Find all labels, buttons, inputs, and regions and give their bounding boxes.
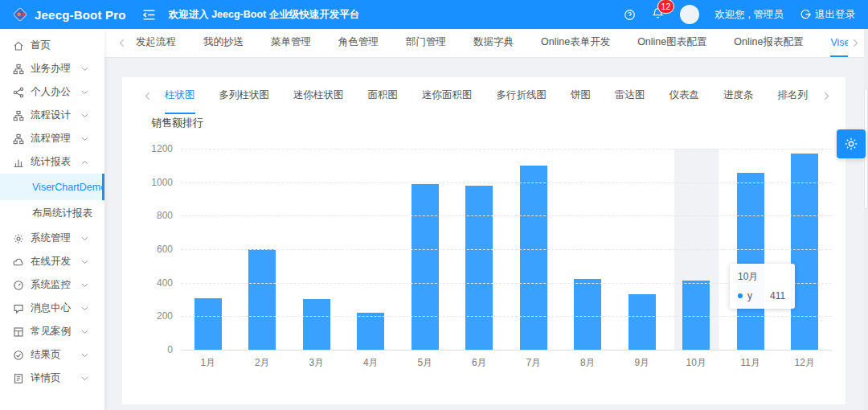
chart-tab-排名列[interactable]: 排名列 — [778, 77, 809, 114]
chevron-down-icon — [81, 113, 88, 118]
y-axis-tick-label: 1000 — [151, 177, 173, 188]
chart-tab-仪表盘[interactable]: 仪表盘 — [669, 77, 700, 114]
tabs-scroll-left-icon[interactable] — [114, 39, 129, 47]
sidebar-item-label: 业务办理 — [31, 62, 81, 76]
sidebar-item-首页[interactable]: 首页 — [0, 34, 104, 57]
route-tab-我的抄送[interactable]: 我的抄送 — [203, 29, 244, 57]
y-axis-tick-label: 400 — [157, 277, 173, 289]
x-axis-tick-label: 5月 — [417, 356, 432, 370]
route-tab-角色管理[interactable]: 角色管理 — [338, 29, 379, 57]
route-tab-部门管理[interactable]: 部门管理 — [406, 29, 446, 57]
bar-5月[interactable] — [411, 184, 439, 350]
chevron-down-icon — [81, 90, 88, 95]
sidebar-subitem-ViserChartDemo[interactable]: ViserChartDemo — [0, 174, 104, 200]
bar-4月[interactable] — [357, 313, 384, 350]
sidebar-item-label: 个人办公 — [31, 85, 81, 99]
chevron-down-icon — [81, 260, 88, 264]
cluster-icon — [13, 110, 24, 121]
settings-drawer-button[interactable] — [837, 129, 866, 158]
sidebar-item-个人办公[interactable]: 个人办公 — [0, 80, 104, 104]
page-scrollbar-track[interactable] — [864, 29, 868, 410]
sidebar-item-系统监控[interactable]: 系统监控 — [0, 273, 104, 297]
chart-tab-面积图[interactable]: 面积图 — [368, 77, 399, 114]
sidebar-item-label: 统计报表 — [31, 155, 81, 169]
logout-label: 退出登录 — [815, 8, 855, 22]
chart-tabs-scroll-left-icon[interactable] — [141, 92, 154, 100]
route-tab-发起流程[interactable]: 发起流程 — [136, 29, 176, 57]
chevron-up-icon — [81, 160, 88, 165]
sidebar-item-流程设计[interactable]: 流程设计 — [0, 104, 104, 127]
x-axis-tick-label: 3月 — [309, 356, 324, 370]
menu-fold-icon[interactable] — [134, 9, 164, 21]
logo-text: Jeecg-Boot Pro — [35, 8, 126, 22]
x-axis-tick-label: 11月 — [741, 356, 760, 370]
route-tab-菜单管理[interactable]: 菜单管理 — [271, 29, 311, 57]
bar-10月[interactable] — [682, 281, 710, 350]
gear-icon — [13, 233, 24, 244]
welcome-text: 欢迎进入 Jeecg-Boot 企业级快速开发平台 — [169, 8, 360, 22]
x-axis-line — [181, 350, 832, 351]
x-axis-tick-label: 9月 — [634, 356, 649, 370]
gear-icon — [844, 137, 858, 151]
bar-7月[interactable] — [520, 166, 547, 350]
bar-8月[interactable] — [574, 279, 601, 350]
route-tab-Online表单开发[interactable]: Online表单开发 — [541, 29, 610, 57]
chevron-down-icon — [81, 306, 88, 311]
app-logo[interactable]: Jeecg-Boot Pro — [0, 6, 134, 23]
header-actions: 12 欢迎您 , 管理员 退出登录 — [624, 5, 868, 24]
user-greeting[interactable]: 欢迎您 , 管理员 — [715, 8, 784, 22]
bar-9月[interactable] — [628, 294, 656, 350]
cloud-icon — [13, 256, 24, 268]
tabs-scroll-right-icon[interactable] — [848, 39, 863, 47]
sidebar-item-在线开发[interactable]: 在线开发 — [0, 250, 104, 273]
chevron-down-icon — [81, 330, 88, 334]
bar-2月[interactable] — [248, 249, 276, 350]
logout-button[interactable]: 退出登录 — [800, 8, 855, 22]
sidebar-item-详情页[interactable]: 详情页 — [0, 367, 104, 390]
route-tab-Online报表配置[interactable]: Online报表配置 — [734, 29, 803, 57]
app-header: Jeecg-Boot Pro 欢迎进入 Jeecg-Boot 企业级快速开发平台… — [0, 0, 868, 29]
gridline — [181, 316, 832, 317]
sidebar-item-常见案例[interactable]: 常见案例 — [0, 320, 104, 343]
chart-tab-雷达图[interactable]: 雷达图 — [615, 77, 645, 114]
sidebar-item-流程管理[interactable]: 流程管理 — [0, 127, 104, 150]
notifications-button[interactable]: 12 — [652, 7, 664, 22]
route-tab-Online图表配置[interactable]: Online图表配置 — [637, 29, 706, 57]
chart-tab-bar: 柱状图多列柱状图迷你柱状图面积图迷你面积图多行折线图饼图雷达图仪表盘进度条排名列 — [122, 77, 845, 114]
route-tab-数据字典[interactable]: 数据字典 — [473, 29, 514, 57]
bar-1月[interactable] — [194, 298, 222, 350]
logout-icon — [800, 9, 811, 20]
bar-11月[interactable] — [737, 173, 764, 350]
logo-icon — [11, 6, 29, 23]
tooltip-value: 411 — [770, 290, 785, 301]
y-axis-tick-label: 0 — [167, 344, 173, 355]
x-axis-labels: 1月2月3月4月5月6月7月8月9月10月11月12月 — [181, 356, 832, 372]
sidebar-item-label: 在线开发 — [31, 255, 81, 269]
chart-tab-多列柱状图[interactable]: 多列柱状图 — [219, 77, 270, 114]
bar-6月[interactable] — [465, 186, 493, 350]
tooltip-title: 10月 — [738, 270, 785, 284]
chart-tab-进度条[interactable]: 进度条 — [723, 77, 754, 114]
layout-icon — [13, 326, 24, 338]
x-axis-tick-label: 1月 — [200, 356, 215, 370]
chart-tab-迷你面积图[interactable]: 迷你面积图 — [422, 77, 473, 114]
sidebar-item-业务办理[interactable]: 业务办理 — [0, 57, 104, 80]
sidebar-item-系统管理[interactable]: 系统管理 — [0, 227, 104, 250]
sidebar-subitem-布局统计报表[interactable]: 布局统计报表 — [0, 200, 104, 227]
sidebar-item-结果页[interactable]: 结果页 — [0, 343, 104, 367]
chart-tab-饼图[interactable]: 饼图 — [571, 77, 591, 114]
bar-3月[interactable] — [303, 299, 330, 350]
route-tab-ViserChartDemo[interactable]: ViserChartDemo — [830, 29, 848, 57]
chart-tab-迷你柱状图[interactable]: 迷你柱状图 — [293, 77, 344, 114]
sidebar-item-label: 常见案例 — [31, 325, 81, 338]
bar-chart-icon — [13, 157, 24, 168]
user-avatar[interactable] — [680, 5, 699, 24]
sidebar-item-label: 系统管理 — [31, 232, 81, 245]
chart-tab-柱状图[interactable]: 柱状图 — [165, 77, 195, 114]
sidebar-item-统计报表[interactable]: 统计报表 — [0, 150, 104, 174]
dashboard-icon — [13, 280, 24, 291]
chart-tabs-scroll-right-icon[interactable] — [821, 92, 833, 100]
help-icon[interactable] — [624, 9, 636, 21]
chart-tab-多行折线图[interactable]: 多行折线图 — [497, 77, 547, 114]
sidebar-item-消息中心[interactable]: 消息中心 — [0, 297, 104, 320]
